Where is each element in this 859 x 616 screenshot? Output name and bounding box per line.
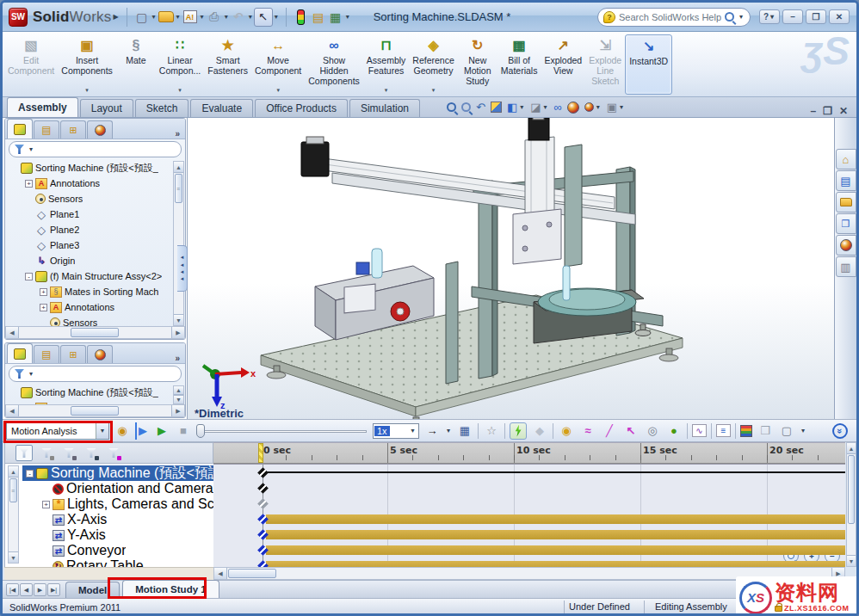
results-plots-icon[interactable]: ∿	[692, 424, 707, 437]
tree-filter-input[interactable]: ▾	[9, 366, 182, 382]
expand-toggle[interactable]: -	[26, 470, 34, 477]
select-tool-icon[interactable]: ↖	[254, 8, 273, 27]
motion-tree-item[interactable]: Y-Axis	[22, 527, 213, 543]
solidworks-resources-icon[interactable]: ⌂	[836, 149, 856, 169]
print-dropdown[interactable]: ▾	[225, 13, 228, 21]
collapse-motionmanager-icon[interactable]: »	[832, 423, 848, 439]
ribbon-tab[interactable]: Assembly	[7, 97, 78, 117]
print-icon[interactable]: ⎙	[206, 9, 223, 26]
filter-results-icon[interactable]	[105, 445, 122, 461]
feature-tree-item[interactable]: + Mates in Sorting Mach	[5, 284, 185, 299]
view-orientation-icon[interactable]: ◧▾	[507, 101, 525, 114]
tab-appearancemanager[interactable]	[87, 345, 113, 363]
file-properties-icon[interactable]: ▤	[310, 9, 327, 26]
feature-tree-item[interactable]: Sensors	[5, 191, 185, 206]
scroll-thumb[interactable]	[71, 328, 119, 337]
command-button[interactable]: Edit Component ▾	[4, 34, 58, 95]
ribbon-tab[interactable]: Simulation	[349, 99, 420, 117]
help-button[interactable]: ?▾	[759, 9, 780, 24]
copy-study-icon[interactable]: ▢	[778, 422, 795, 440]
ribbon-tab[interactable]: Evaluate	[190, 99, 253, 117]
maximize-button[interactable]: ❐	[806, 9, 826, 24]
autokey-icon[interactable]	[510, 422, 527, 440]
tree-filter-input[interactable]: ▾	[9, 141, 182, 157]
scroll-up-button[interactable]: ▲	[174, 162, 183, 173]
make-drawing-dropdown[interactable]: ▾	[201, 13, 204, 21]
feature-tree-item[interactable]: Plane3	[5, 237, 185, 253]
command-dropdown-arrow[interactable]: ▾	[432, 87, 436, 95]
scroll-right-button[interactable]: ▶	[171, 405, 184, 416]
motion-study-properties-icon[interactable]: ≡	[716, 424, 731, 437]
save-animation-icon[interactable]: ▦	[456, 422, 473, 440]
apply-scene-icon[interactable]: ▾	[584, 102, 602, 112]
doc-restore-icon[interactable]: ❐	[823, 105, 832, 117]
timeline-vertical-scrollbar[interactable]: ▲ ▼	[846, 442, 856, 567]
tree-vertical-scrollbar[interactable]: ▲ ▼	[173, 385, 184, 404]
command-button[interactable]: Move Component ▾	[251, 34, 305, 95]
command-button[interactable]: Insert Components ▾	[58, 34, 116, 95]
rebuild-icon[interactable]	[293, 9, 310, 26]
command-dropdown-arrow[interactable]: ▾	[178, 87, 182, 95]
scroll-thumb[interactable]: ≡	[9, 478, 17, 502]
command-button[interactable]: New Motion Study ▾	[458, 34, 497, 95]
damper-icon[interactable]: ╱	[601, 422, 618, 440]
timeline-key-point[interactable]	[257, 483, 269, 494]
fm-tabs-overflow[interactable]: »	[175, 354, 185, 363]
timebar-current-position[interactable]	[258, 443, 263, 463]
edit-appearance-icon[interactable]	[567, 102, 579, 114]
speed-dropdown-arrow[interactable]: ▼	[410, 428, 418, 434]
tab-featuremanager[interactable]	[7, 119, 33, 139]
zoom-area-icon[interactable]	[461, 102, 471, 112]
feature-tree-item[interactable]: - (f) Main Structure Assy<2>	[5, 268, 185, 284]
timeline-key-point[interactable]	[257, 467, 269, 478]
graphics-viewport[interactable]: x z *Dimetric	[187, 118, 834, 419]
calculate-icon[interactable]: ◉	[114, 422, 131, 440]
scroll-left-button[interactable]: ◀	[6, 327, 19, 338]
scroll-up-button[interactable]: ▲	[9, 466, 18, 477]
select-dropdown[interactable]: ▾	[275, 13, 278, 21]
tree-horizontal-scrollbar[interactable]: ◀ ▶	[5, 326, 185, 339]
motion-tree-item[interactable]: Rotary Table	[22, 558, 213, 567]
tab-appearancemanager[interactable]	[87, 120, 113, 139]
feature-tree-item[interactable]: Sensors	[5, 315, 185, 327]
tab-propertymanager[interactable]: ▤	[34, 120, 59, 139]
scroll-down-button[interactable]: ▼	[847, 555, 856, 566]
motion-tree-item[interactable]: - Sorting Machine (預設<預設_顯	[22, 465, 213, 481]
scroll-up-button[interactable]: ▲	[847, 443, 856, 454]
slider-thumb[interactable]	[196, 424, 205, 438]
design-library-icon[interactable]: ▤	[836, 170, 856, 191]
ribbon-tab[interactable]: Sketch	[135, 99, 189, 117]
playback-speed-select[interactable]: 1x ▼	[373, 423, 419, 439]
motion-tree-item[interactable]: + Lights, Cameras and Scene	[22, 496, 213, 512]
new-dropdown[interactable]: ▾	[152, 13, 156, 21]
prev-tab-button[interactable]: ◀	[20, 583, 33, 596]
file-explorer-icon[interactable]	[836, 192, 856, 213]
expand-toggle[interactable]: +	[25, 180, 33, 188]
undo-icon[interactable]: ↶	[230, 9, 247, 26]
command-button[interactable]: Linear Compon... ▾	[156, 34, 204, 95]
tab-configurationmanager[interactable]: ⊞	[60, 120, 86, 139]
command-button[interactable]: Instant3D ▾	[625, 34, 672, 95]
minimize-button[interactable]: –	[782, 9, 803, 24]
command-button[interactable]: Assembly Features ▾	[363, 34, 410, 95]
command-button[interactable]: Show Hidden Components ▾	[305, 34, 363, 95]
scroll-down-button[interactable]: ▼	[9, 551, 18, 563]
ribbon-tab[interactable]: Layout	[80, 99, 133, 117]
panel-collapse-handle[interactable]: ◂◂◂◂	[177, 245, 188, 292]
view-settings-icon[interactable]: ▣▾	[607, 101, 625, 114]
scroll-up-button[interactable]: ▲	[174, 386, 183, 395]
open-dropdown[interactable]: ▾	[176, 13, 180, 21]
force-icon[interactable]: ↖	[622, 422, 640, 440]
timebar-slider[interactable]	[196, 424, 368, 438]
scroll-down-button[interactable]: ▼	[174, 314, 183, 325]
filter-animated-icon[interactable]	[38, 445, 55, 461]
make-drawing-icon[interactable]: A!	[182, 9, 199, 26]
model-tab[interactable]: Model	[65, 582, 120, 598]
expand-toggle[interactable]: +	[40, 288, 47, 296]
new-document-icon[interactable]: ▢	[133, 9, 151, 26]
next-tab-button[interactable]: ▶	[34, 583, 46, 596]
scroll-thumb[interactable]	[71, 406, 119, 416]
last-tab-button[interactable]: ▶|	[47, 583, 60, 596]
scroll-thumb[interactable]	[228, 569, 276, 578]
scroll-down-button[interactable]: ▼	[174, 395, 183, 403]
